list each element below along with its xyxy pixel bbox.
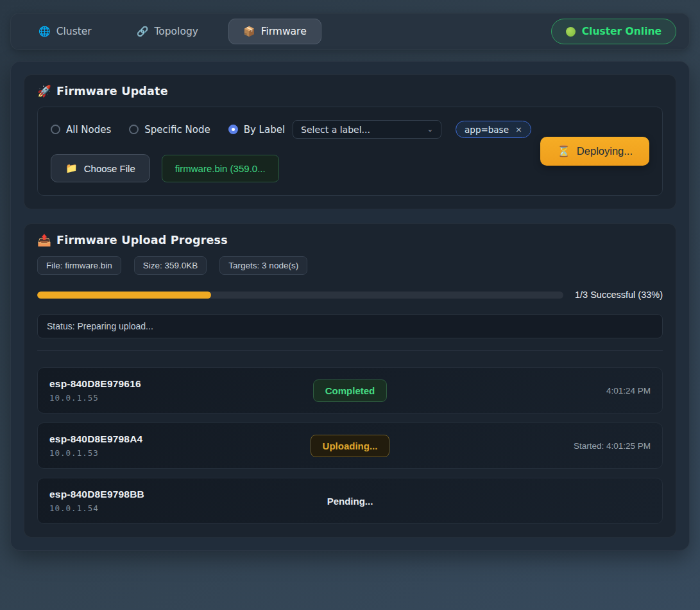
node-ip: 10.0.1.54 <box>49 503 315 513</box>
radio-all-nodes[interactable]: All Nodes <box>51 124 111 135</box>
chevron-down-icon: ⌄ <box>427 125 433 134</box>
radio-by-label[interactable]: By Label <box>228 124 285 135</box>
progress-label: 1/3 Successful (33%) <box>575 290 663 300</box>
tab-firmware[interactable]: 📦 Firmware <box>228 19 321 44</box>
link-icon: 🔗 <box>137 26 149 37</box>
status-line: Status: Preparing upload... <box>37 314 663 338</box>
package-icon: 📦 <box>243 26 255 37</box>
tab-cluster[interactable]: 🌐 Cluster <box>24 19 107 44</box>
globe-icon: 🌐 <box>38 26 51 37</box>
close-icon[interactable]: × <box>515 125 522 134</box>
upload-meta-row: File: firmware.bin Size: 359.0KB Targets… <box>37 256 663 275</box>
top-nav: 🌐 Cluster 🔗 Topology 📦 Firmware Cluster … <box>10 13 690 50</box>
tab-cluster-label: Cluster <box>56 26 92 37</box>
radio-circle-checked-icon[interactable] <box>228 125 238 134</box>
folder-icon: 📁 <box>65 162 78 174</box>
node-ip: 10.0.1.55 <box>49 393 313 403</box>
deploy-button[interactable]: ⏳ Deploying... <box>540 137 649 166</box>
green-circle-icon <box>566 27 576 37</box>
outbox-tray-icon: 📤 <box>37 234 51 247</box>
tab-firmware-label: Firmware <box>261 26 307 37</box>
firmware-update-form: All Nodes Specific Node By Label Select … <box>37 107 663 196</box>
radio-specific-node-label: Specific Node <box>144 124 210 135</box>
node-row: esp-840D8E979616 10.0.1.55 Completed 4:0… <box>37 367 663 414</box>
tab-topology-label: Topology <box>154 26 198 37</box>
main-container: 🚀Firmware Update All Nodes Specific Node… <box>10 61 690 551</box>
node-ip: 10.0.1.53 <box>49 448 311 458</box>
meta-size-badge: Size: 359.0KB <box>134 256 207 275</box>
label-select-dropdown[interactable]: Select a label... ⌄ <box>293 120 441 139</box>
meta-targets-badge: Targets: 3 node(s) <box>219 256 307 275</box>
node-name: esp-840D8E979616 <box>49 378 313 390</box>
node-timestamp: Started: 4:01:25 PM <box>389 441 651 451</box>
radio-circle-icon[interactable] <box>51 125 60 134</box>
progress-row: 1/3 Successful (33%) <box>37 290 663 300</box>
label-tag-text: app=base <box>465 125 509 135</box>
firmware-update-title: 🚀Firmware Update <box>37 85 663 98</box>
cluster-status-label: Cluster Online <box>582 26 662 37</box>
label-select-placeholder: Select a label... <box>301 125 370 135</box>
node-row: esp-840D8E9798A4 10.0.1.53 Uploading... … <box>37 423 663 469</box>
node-timestamp: 4:01:24 PM <box>387 386 651 396</box>
hourglass-icon: ⏳ <box>557 145 570 157</box>
label-tag-app-base: app=base × <box>456 121 531 138</box>
deploy-button-label: Deploying... <box>577 145 633 157</box>
node-name: esp-840D8E9798BB <box>49 489 315 500</box>
progress-bar <box>37 292 563 299</box>
firmware-update-card: 🚀Firmware Update All Nodes Specific Node… <box>24 74 676 209</box>
node-status-badge: Uploading... <box>311 435 390 457</box>
tab-topology[interactable]: 🔗 Topology <box>122 19 213 44</box>
node-status-badge: Pending... <box>315 490 386 512</box>
cluster-status-badge: Cluster Online <box>551 19 676 44</box>
divider <box>37 350 663 351</box>
radio-all-nodes-label: All Nodes <box>66 124 111 135</box>
upload-progress-card: 📤Firmware Upload Progress File: firmware… <box>24 223 676 537</box>
choose-file-label: Choose File <box>84 163 135 174</box>
upload-progress-title: 📤Firmware Upload Progress <box>37 234 663 247</box>
choose-file-button[interactable]: 📁 Choose File <box>51 154 150 182</box>
meta-file-badge: File: firmware.bin <box>37 256 121 275</box>
radio-by-label-label: By Label <box>244 124 285 135</box>
progress-fill <box>37 292 211 299</box>
selected-file-button[interactable]: firmware.bin (359.0... <box>162 155 279 182</box>
radio-circle-icon[interactable] <box>129 125 139 134</box>
radio-specific-node[interactable]: Specific Node <box>129 124 210 135</box>
rocket-icon: 🚀 <box>37 85 51 98</box>
node-name: esp-840D8E9798A4 <box>49 433 311 445</box>
node-row: esp-840D8E9798BB 10.0.1.54 Pending... <box>37 478 663 524</box>
node-status-badge: Completed <box>313 379 388 402</box>
